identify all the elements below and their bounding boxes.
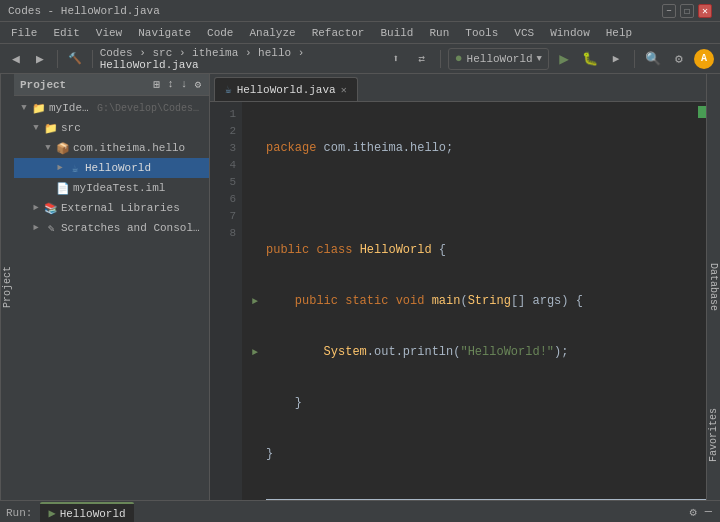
menu-item-window[interactable]: Window: [543, 25, 597, 41]
code-line-8: [252, 497, 706, 500]
iml-icon: 📄: [56, 181, 70, 195]
gutter-ok-mark: [698, 106, 706, 118]
run-button[interactable]: ▶: [553, 48, 575, 70]
breadcrumb-file[interactable]: HelloWorld.java: [100, 59, 199, 71]
tree-item-myideatest[interactable]: ▼ 📁 myIdeaTest G:\Develop\Codes\myIdeaTe…: [14, 98, 209, 118]
project-sidebar-label[interactable]: Project: [0, 74, 14, 500]
code-text-3: public class HelloWorld {: [266, 242, 706, 259]
tree-path: G:\Develop\Codes\myIdeaTest: [97, 103, 205, 114]
vcs-icon[interactable]: ⬆: [385, 48, 407, 70]
tree-label-helloworld: HelloWorld: [85, 162, 151, 174]
tree-label-myideatest: myIdeaTest: [49, 102, 93, 114]
tree-arrow: ▼: [42, 142, 54, 154]
editor-tabs: ☕ HelloWorld.java ✕: [210, 74, 706, 102]
code-line-6: }: [252, 395, 706, 412]
tree-label-scratches: Scratches and Consoles: [61, 222, 205, 234]
title-bar: Codes - HelloWorld.java – ☐ ✕: [0, 0, 720, 22]
vcs2-icon[interactable]: ⇄: [411, 48, 433, 70]
debug-button[interactable]: 🐛: [579, 48, 601, 70]
toolbar-separator-3: [440, 50, 441, 68]
forward-button[interactable]: ▶: [30, 48, 50, 70]
menu-item-navigate[interactable]: Navigate: [131, 25, 198, 41]
code-text-1: package com.itheima.hello;: [266, 140, 706, 157]
line-numbers: 1 2 3 4 5 6 7 8: [210, 102, 242, 500]
run-close-icon[interactable]: —: [703, 504, 714, 521]
breadcrumb-src[interactable]: src: [152, 47, 172, 59]
project-panel: Project ⊞ ↕ ↓ ⚙ ▼ 📁 myIdeaTest G:\Develo…: [14, 74, 210, 500]
editor-area: ☕ HelloWorld.java ✕ 1 2 3 4 5 6 7 8 pack…: [210, 74, 706, 500]
project-tree: ▼ 📁 myIdeaTest G:\Develop\Codes\myIdeaTe…: [14, 96, 209, 500]
code-content[interactable]: package com.itheima.hello; public class …: [242, 102, 706, 500]
run-panel-settings: ⚙ —: [688, 504, 714, 521]
favorites-sidebar[interactable]: Favorites: [706, 370, 720, 500]
menu-item-code[interactable]: Code: [200, 25, 240, 41]
minimize-button[interactable]: –: [662, 4, 676, 18]
run-config-label: HelloWorld: [467, 53, 533, 65]
editor-tab-helloworld[interactable]: ☕ HelloWorld.java ✕: [214, 77, 358, 101]
panel-icon-gear[interactable]: ⚙: [192, 77, 203, 92]
toolbar-separator-2: [92, 50, 93, 68]
menu-item-edit[interactable]: Edit: [46, 25, 86, 41]
tree-item-src[interactable]: ▼ 📁 src: [14, 118, 209, 138]
menu-item-analyze[interactable]: Analyze: [242, 25, 302, 41]
run-coverage-button[interactable]: ▶: [605, 48, 627, 70]
code-text-5: System.out.println("HelloWorld!");: [266, 344, 706, 361]
breadcrumb-codes[interactable]: Codes: [100, 47, 133, 59]
tree-item-scratches[interactable]: ► ✎ Scratches and Consoles: [14, 218, 209, 238]
code-editor[interactable]: 1 2 3 4 5 6 7 8 package com.itheima.hell…: [210, 102, 706, 500]
line-arrow-5: ►: [252, 344, 266, 361]
tree-label-package: com.itheima.hello: [73, 142, 185, 154]
code-text-6: }: [266, 395, 706, 412]
panel-header-icons: ⊞ ↕ ↓ ⚙: [152, 77, 203, 92]
avatar[interactable]: A: [694, 49, 714, 69]
run-tab-helloworld[interactable]: ▶ HelloWorld: [40, 502, 133, 522]
tree-item-iml[interactable]: 📄 myIdeaTest.iml: [14, 178, 209, 198]
menu-item-vcs[interactable]: VCS: [507, 25, 541, 41]
code-line-4: ► public static void main(String[] args)…: [252, 293, 706, 310]
main-layout: Project Project ⊞ ↕ ↓ ⚙ ▼ 📁 myIdeaTest G…: [0, 74, 720, 500]
settings-button[interactable]: ⚙: [668, 48, 690, 70]
code-text-8: [266, 499, 706, 501]
menu-item-refactor[interactable]: Refactor: [305, 25, 372, 41]
menu-bar: FileEditViewNavigateCodeAnalyzeRefactorB…: [0, 22, 720, 44]
breadcrumb-hello[interactable]: hello: [258, 47, 291, 59]
toolbar: ◀ ▶ 🔨 Codes › src › itheima › hello › He…: [0, 44, 720, 74]
run-config-dropdown[interactable]: ● HelloWorld ▼: [448, 48, 549, 70]
code-line-1: package com.itheima.hello;: [252, 140, 706, 157]
run-settings-icon[interactable]: ⚙: [688, 504, 699, 521]
menu-item-run[interactable]: Run: [422, 25, 456, 41]
java-file-icon: ☕: [68, 161, 82, 175]
src-icon: 📁: [44, 121, 58, 135]
code-line-3: public class HelloWorld {: [252, 242, 706, 259]
tree-item-ext-libs[interactable]: ► 📚 External Libraries: [14, 198, 209, 218]
panel-icon-settings[interactable]: ⊞: [152, 77, 163, 92]
tree-arrow: ►: [30, 222, 42, 234]
panel-icon-sort[interactable]: ↕: [165, 77, 176, 92]
scratch-icon: ✎: [44, 221, 58, 235]
menu-item-tools[interactable]: Tools: [458, 25, 505, 41]
menu-item-help[interactable]: Help: [599, 25, 639, 41]
toolbar-right: ⬆ ⇄ ● HelloWorld ▼ ▶ 🐛 ▶ 🔍 ⚙ A: [385, 48, 714, 70]
close-button[interactable]: ✕: [698, 4, 712, 18]
tree-item-helloworld[interactable]: ► ☕ HelloWorld: [14, 158, 209, 178]
maximize-button[interactable]: ☐: [680, 4, 694, 18]
menu-item-view[interactable]: View: [89, 25, 129, 41]
title-controls: – ☐ ✕: [662, 4, 712, 18]
code-text-2: [266, 191, 706, 208]
menu-item-file[interactable]: File: [4, 25, 44, 41]
line-arrow-4: ►: [252, 293, 266, 310]
tab-close-button[interactable]: ✕: [341, 84, 347, 96]
panel-icon-expand[interactable]: ↓: [179, 77, 190, 92]
tab-icon: ☕: [225, 83, 232, 96]
build-icon[interactable]: 🔨: [65, 48, 85, 70]
title-text: Codes - HelloWorld.java: [8, 5, 160, 17]
ext-libs-icon: 📚: [44, 201, 58, 215]
code-line-2: [252, 191, 706, 208]
menu-item-build[interactable]: Build: [373, 25, 420, 41]
search-everywhere-button[interactable]: 🔍: [642, 48, 664, 70]
back-button[interactable]: ◀: [6, 48, 26, 70]
code-line-7: }: [252, 446, 706, 463]
package-icon: 📦: [56, 141, 70, 155]
breadcrumb-itheima[interactable]: itheima: [192, 47, 238, 59]
tree-item-package[interactable]: ▼ 📦 com.itheima.hello: [14, 138, 209, 158]
